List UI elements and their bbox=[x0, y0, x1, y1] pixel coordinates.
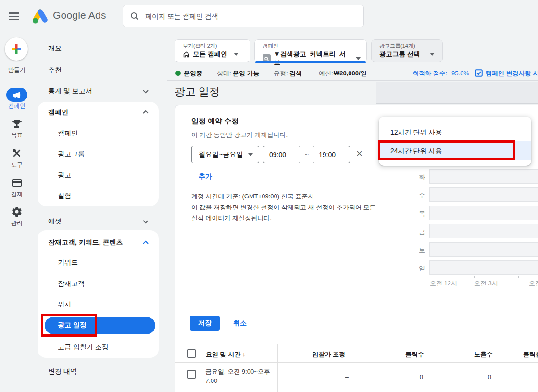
view-filter-dropdown[interactable]: 보기(필터 2개) 모든 캠페인 bbox=[175, 39, 250, 62]
nav-audience-group[interactable]: 잠재고객, 키워드, 콘텐츠 bbox=[48, 238, 123, 247]
chevron-down-icon[interactable] bbox=[142, 89, 149, 94]
column-divider bbox=[361, 344, 361, 392]
menu-option-12h[interactable]: 12시간 단위 사용 bbox=[390, 128, 442, 137]
nav-sub-experiments[interactable]: 실험 bbox=[58, 192, 71, 200]
nav-sub-advanced-bid[interactable]: 고급 입찰가 조정 bbox=[58, 343, 109, 352]
campaign-filter-value: ▼검색광고_커넥트리_서브 bbox=[274, 50, 350, 67]
nav-change-history[interactable]: 변경 내역 bbox=[48, 368, 77, 376]
end-time-field-wrap bbox=[313, 146, 350, 163]
budget-value[interactable]: ₩20,000/일 bbox=[334, 70, 367, 78]
create-button[interactable] bbox=[5, 37, 28, 61]
page-title: 광고 일정 bbox=[175, 85, 220, 99]
trophy-icon[interactable] bbox=[11, 118, 23, 130]
sort-down-icon[interactable]: ↓ bbox=[242, 351, 246, 358]
row-checkbox[interactable] bbox=[187, 370, 196, 379]
chart-day-label: 금 bbox=[413, 228, 425, 236]
chart-day-bar[interactable] bbox=[429, 206, 538, 220]
rail-campaigns-label: 캠페인 bbox=[0, 102, 34, 110]
table-top-border bbox=[175, 344, 538, 344]
adgroup-filter-label: 광고그룹(14개) bbox=[379, 42, 437, 49]
billing-card-icon[interactable] bbox=[11, 177, 23, 189]
chart-day-label: 수 bbox=[413, 191, 425, 200]
cell-day-time[interactable]: 금요일, 오전 9:00~오후 7:00 bbox=[205, 367, 275, 385]
state-label: 상태: bbox=[217, 70, 231, 77]
column-divider bbox=[428, 344, 428, 392]
simulate-link[interactable]: 캠페인 변경사항 시뮬 bbox=[486, 70, 538, 77]
header-clicks[interactable]: 클릭수 bbox=[371, 350, 424, 359]
unit-select-partial[interactable] bbox=[376, 82, 538, 104]
home-icon bbox=[183, 51, 190, 58]
caret-down-icon bbox=[234, 53, 238, 56]
rail-billing-label: 결제 bbox=[0, 190, 34, 198]
budget-label: 예산: bbox=[319, 70, 333, 77]
nav-sub-keywords[interactable]: 키워드 bbox=[58, 258, 78, 267]
chart-day-bar[interactable] bbox=[429, 260, 538, 275]
rail-admin-label: 관리 bbox=[0, 219, 34, 227]
header-ctr[interactable]: 클릭률 bbox=[523, 350, 538, 359]
header-day-time[interactable]: 요일 및 시간 ↓ bbox=[206, 350, 245, 359]
state-value[interactable]: 운영 가능 bbox=[233, 70, 260, 77]
optimization-score-label[interactable]: 최적화 점수: bbox=[413, 70, 447, 77]
header-impressions[interactable]: 노출수 bbox=[440, 350, 493, 359]
day-range-select[interactable]: 월요일~금요일 bbox=[191, 146, 259, 163]
search-icon bbox=[130, 12, 139, 21]
search-input[interactable] bbox=[144, 12, 357, 21]
cell-bid-adjustment: – bbox=[296, 373, 349, 380]
save-button[interactable]: 저장 bbox=[190, 316, 220, 331]
select-all-checkbox[interactable] bbox=[187, 349, 196, 358]
serving-status-dot bbox=[175, 71, 181, 76]
plus-icon bbox=[11, 43, 22, 55]
nav-insights[interactable]: 통계 및 보고서 bbox=[48, 87, 92, 96]
nav-assets[interactable]: 애셋 bbox=[48, 217, 62, 226]
axis-tick bbox=[518, 276, 519, 278]
end-time-input[interactable] bbox=[313, 146, 350, 163]
google-ads-logo-icon bbox=[31, 8, 49, 26]
remove-row-icon[interactable]: × bbox=[356, 147, 363, 160]
chart-day-bar[interactable] bbox=[429, 242, 538, 257]
table-header-border bbox=[175, 362, 538, 363]
timezone-note: 계정 시간대 기준: (GMT+09:00) 한국 표준시 bbox=[191, 192, 314, 201]
type-label: 유형: bbox=[274, 70, 288, 77]
add-schedule-link[interactable]: 추가 bbox=[199, 172, 212, 181]
cancel-button[interactable]: 취소 bbox=[233, 319, 247, 328]
table-row-border bbox=[175, 386, 538, 386]
campaigns-nav-card bbox=[38, 102, 159, 206]
nav-sub-campaigns[interactable]: 캠페인 bbox=[58, 129, 78, 138]
rail-tools-label: 도구 bbox=[0, 161, 34, 169]
chevron-down-icon[interactable] bbox=[142, 220, 149, 224]
nav-overview[interactable]: 개요 bbox=[48, 44, 62, 53]
optimization-score-value[interactable]: 95.6% bbox=[451, 70, 469, 77]
start-time-input[interactable] bbox=[263, 146, 300, 163]
day-range-value: 월요일~금요일 bbox=[199, 150, 243, 159]
campaign-filter-label: 캠페인 bbox=[263, 42, 361, 49]
chevron-up-icon[interactable] bbox=[142, 110, 149, 114]
megaphone-icon bbox=[13, 91, 21, 99]
chart-day-bar[interactable] bbox=[429, 187, 538, 202]
nav-recommendations[interactable]: 추천 bbox=[48, 66, 62, 74]
chart-day-bar[interactable] bbox=[429, 169, 538, 184]
menu-icon[interactable] bbox=[9, 12, 19, 20]
column-divider bbox=[497, 344, 497, 392]
time-axis-label: 오전 12시 bbox=[430, 279, 457, 288]
header-bid-adjustment[interactable]: 입찰가 조정 bbox=[292, 350, 345, 359]
nav-sub-adgroups[interactable]: 광고그룹 bbox=[58, 150, 85, 159]
adgroup-filter-dropdown[interactable]: 광고그룹(14개) 광고그룹 선택 bbox=[371, 39, 443, 62]
rail-create-label: 만들기 bbox=[0, 66, 34, 74]
nav-sub-audiences[interactable]: 잠재고객 bbox=[58, 280, 85, 288]
global-search[interactable] bbox=[123, 5, 364, 27]
view-filter-label: 보기(필터 2개) bbox=[183, 42, 244, 49]
chart-day-bar[interactable] bbox=[429, 224, 538, 238]
chevron-up-icon[interactable] bbox=[142, 240, 149, 245]
start-time-field-wrap bbox=[263, 146, 300, 163]
rail-item-campaigns[interactable] bbox=[6, 88, 27, 102]
nav-sub-ad-schedule-selected[interactable]: 광고 일정 bbox=[45, 317, 155, 334]
nav-sub-locations[interactable]: 위치 bbox=[58, 300, 71, 309]
gear-icon[interactable] bbox=[11, 206, 23, 218]
campaign-filter-dropdown[interactable]: 캠페인 ▼검색광고_커넥트리_서브 bbox=[254, 39, 367, 62]
nav-campaigns-group[interactable]: 캠페인 bbox=[48, 108, 68, 117]
type-value: 검색 bbox=[289, 70, 302, 77]
tools-icon[interactable] bbox=[11, 147, 23, 159]
nav-sub-ads[interactable]: 광고 bbox=[58, 171, 71, 180]
app-title: Google Ads bbox=[53, 10, 106, 21]
menu-option-24h[interactable]: 24시간 단위 사용 bbox=[390, 147, 442, 156]
